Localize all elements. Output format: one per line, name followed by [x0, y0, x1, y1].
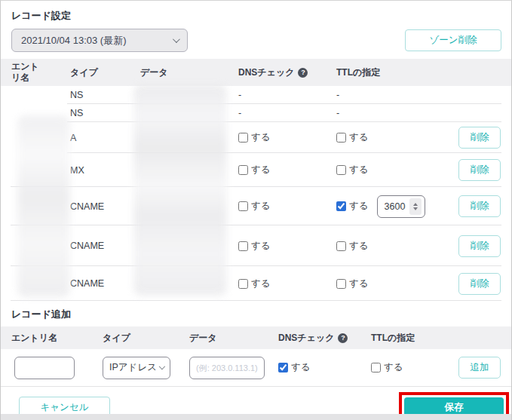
header-ttl: TTLの指定 — [336, 66, 380, 79]
record-type-select[interactable]: IPアドレス — [103, 357, 170, 379]
ttl-checkbox[interactable]: する — [336, 240, 369, 253]
zone-version-dropdown[interactable]: 2021/10/04 13:03 (最新) — [11, 29, 188, 52]
delete-record-button[interactable]: 削除 — [458, 273, 501, 295]
dns-check-input[interactable] — [238, 133, 248, 143]
ttl-check-input[interactable] — [336, 201, 346, 211]
record-row-cname-3: CNAME する する 削除 — [1, 266, 511, 301]
dns-check-none: - — [238, 90, 241, 100]
dns-check-checkbox[interactable]: する — [238, 277, 271, 290]
record-type: CNAME — [70, 241, 140, 251]
toolbar: 2021/10/04 13:03 (最新) ゾーン削除 — [1, 29, 511, 52]
add-header-data: データ — [189, 332, 278, 345]
dns-check-input[interactable] — [238, 279, 248, 289]
record-row-ns-2: NS - - — [1, 104, 511, 122]
ttl-value-stepper[interactable]: 3600 — [377, 195, 425, 218]
ttl-check-input[interactable] — [336, 241, 346, 251]
ttl-checkbox[interactable]: する — [336, 277, 369, 290]
header-dns-check: DNSチェック — [238, 66, 294, 79]
record-row-cname-2: CNAME する する 削除 — [1, 225, 511, 266]
ttl-check-input[interactable] — [336, 279, 346, 289]
add-header-type: タイプ — [103, 332, 189, 345]
chevron-down-icon — [159, 363, 165, 369]
header-entry-name: エントリ名 — [11, 61, 43, 84]
ttl-check-input[interactable] — [336, 165, 346, 175]
dns-check-input[interactable] — [238, 165, 248, 175]
help-icon[interactable]: ? — [338, 333, 348, 343]
dns-check-checkbox[interactable]: する — [238, 240, 271, 253]
add-header-ttl: TTLの指定 — [371, 332, 415, 345]
record-type: NS — [70, 90, 140, 100]
ttl-none: - — [336, 90, 339, 100]
add-ttl-checkbox[interactable]: する — [371, 361, 403, 374]
dns-check-none: - — [238, 108, 241, 118]
delete-record-button[interactable]: 削除 — [458, 127, 501, 149]
record-type-selected: IPアドレス — [109, 361, 157, 374]
page-title: レコード設定 — [11, 9, 511, 23]
delete-record-button[interactable]: 削除 — [458, 235, 501, 257]
add-dns-check-input[interactable] — [278, 363, 288, 372]
add-record-row: IPアドレス する する 追加 — [1, 349, 511, 387]
record-type: A — [70, 133, 140, 143]
add-record-button[interactable]: 追加 — [458, 357, 501, 379]
add-header-dns-check: DNSチェック — [278, 332, 334, 345]
ttl-value: 3600 — [385, 201, 406, 212]
ttl-checkbox[interactable]: する — [336, 200, 369, 213]
record-row-ns-1: NS - - — [1, 86, 511, 104]
records-table-header: エントリ名 タイプ データ DNSチェック ? TTLの指定 — [1, 59, 511, 86]
record-row-a: A する する 削除 — [1, 122, 511, 153]
entry-name-input[interactable] — [14, 357, 75, 379]
help-icon[interactable]: ? — [298, 68, 308, 78]
record-settings-panel: レコード設定 2021/10/04 13:03 (最新) ゾーン削除 エントリ名… — [0, 0, 512, 420]
record-type: CNAME — [70, 201, 140, 212]
add-record-title: レコード追加 — [11, 308, 511, 321]
ttl-checkbox[interactable]: する — [336, 131, 369, 144]
record-type: NS — [70, 108, 140, 118]
add-ttl-check-input[interactable] — [371, 363, 381, 372]
header-type: タイプ — [70, 66, 140, 79]
chevron-down-icon — [173, 35, 180, 43]
ttl-checkbox[interactable]: する — [336, 164, 369, 176]
delete-record-button[interactable]: 削除 — [458, 195, 501, 217]
header-data: データ — [140, 66, 238, 79]
dns-check-checkbox[interactable]: する — [238, 164, 271, 176]
add-record-header: エントリ名 タイプ データ DNSチェック ? TTLの指定 — [1, 326, 511, 349]
stepper-arrows-icon[interactable] — [409, 198, 422, 215]
record-row-cname-1: CNAME する する 3600 削除 — [1, 187, 511, 225]
record-data-input[interactable] — [189, 357, 265, 379]
record-type: MX — [70, 165, 140, 176]
dns-check-checkbox[interactable]: する — [238, 200, 271, 213]
dns-check-checkbox[interactable]: する — [238, 131, 271, 144]
zone-version-value: 2021/10/04 13:03 (最新) — [21, 34, 126, 48]
record-type: CNAME — [70, 278, 140, 289]
dns-check-input[interactable] — [238, 201, 248, 211]
delete-record-button[interactable]: 削除 — [458, 159, 501, 181]
ttl-none: - — [336, 108, 339, 118]
dns-check-input[interactable] — [238, 241, 248, 251]
page-bottom-strip — [1, 414, 511, 420]
add-header-entry: エントリ名 — [11, 332, 103, 345]
zone-delete-button[interactable]: ゾーン削除 — [405, 29, 501, 51]
ttl-check-input[interactable] — [336, 133, 346, 143]
record-row-mx: MX する する 削除 — [1, 153, 511, 187]
add-dns-check-checkbox[interactable]: する — [278, 361, 311, 374]
